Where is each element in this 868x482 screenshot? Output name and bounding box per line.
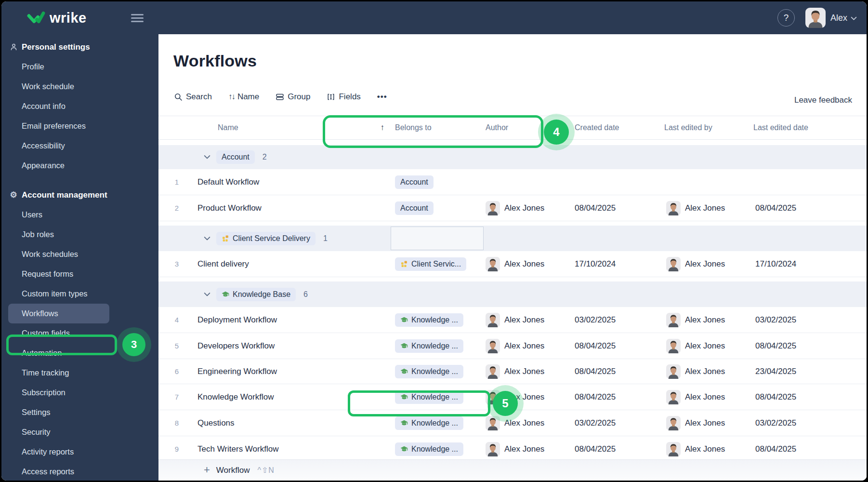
sidebar-section-account-management[interactable]: ⚙ Account management: [1, 185, 158, 205]
belongs-chip: Knowledge ...: [395, 390, 463, 404]
column-header-last-edited-date[interactable]: Last edited date: [753, 123, 867, 132]
workflow-name[interactable]: Deployment Workflow: [190, 315, 390, 325]
add-workflow-button[interactable]: + Workflow ^⇧N: [158, 459, 867, 481]
sidebar-item-work-schedule[interactable]: Work schedule: [1, 77, 158, 96]
avatar: [486, 416, 500, 430]
table-header: Name ↑ Belongs to Author Created date La…: [158, 116, 867, 140]
workflow-name[interactable]: Client delivery: [190, 259, 390, 269]
knowledge-base-icon: [400, 316, 408, 324]
created-date: 08/04/2025: [573, 341, 664, 351]
sidebar-item-email-preferences[interactable]: Email preferences: [1, 116, 158, 136]
group-icon: [276, 93, 284, 101]
chevron-down-icon[interactable]: [204, 155, 210, 160]
group-button[interactable]: Group: [276, 92, 310, 102]
sidebar-item-settings[interactable]: Settings: [1, 402, 158, 422]
sidebar-item-custom-fields[interactable]: Custom fields: [1, 323, 158, 343]
wrike-logo[interactable]: wrike: [26, 10, 87, 26]
last-edited-date: 23/04/2025: [753, 367, 867, 376]
group-gap: [158, 277, 867, 281]
space-icon: [222, 235, 229, 242]
last-edited-date: 08/04/2025: [753, 341, 867, 351]
last-edited-date: 08/04/2025: [753, 203, 867, 213]
more-options-button[interactable]: •••: [377, 92, 387, 102]
fields-button[interactable]: Fields: [327, 92, 360, 102]
sidebar-item-job-roles[interactable]: Job roles: [1, 225, 158, 244]
sidebar-item-automation[interactable]: Automation: [1, 343, 158, 363]
sidebar-item-activity-reports[interactable]: Activity reports: [1, 442, 158, 462]
leave-feedback-link[interactable]: Leave feedback: [794, 95, 852, 105]
row-number: 4: [158, 316, 190, 324]
sidebar-item-custom-item-types[interactable]: Custom item types: [1, 284, 158, 304]
belongs-chip: Knowledge ...: [395, 313, 463, 327]
table-row[interactable]: 8 Questions Knowledge ... Alex Jones 03/…: [158, 410, 867, 436]
knowledge-base-icon: [222, 291, 229, 298]
sidebar-item-access-reports[interactable]: Access reports: [1, 462, 158, 481]
avatar: [666, 416, 681, 430]
sidebar-item-workflows[interactable]: Workflows: [8, 304, 109, 323]
avatar: [666, 313, 681, 327]
avatar: [666, 390, 681, 404]
table-row[interactable]: 1 Default Workflow Account: [158, 169, 867, 195]
belongs-chip: Knowledge ...: [395, 442, 463, 456]
group-header-client-service-delivery: Client Service Delivery 1: [158, 226, 867, 251]
wrike-logo-text: wrike: [50, 10, 87, 26]
table-row[interactable]: 2 Product Workflow Account Alex Jones 08…: [158, 195, 867, 221]
space-icon: [400, 260, 408, 268]
table-row[interactable]: 9 Tech Writers Workflow Knowledge ... Al…: [158, 436, 867, 462]
column-header-last-edited-by[interactable]: Last edited by: [664, 123, 753, 132]
user-name[interactable]: Alex: [830, 13, 847, 23]
workflow-name[interactable]: Tech Writers Workflow: [190, 444, 390, 454]
belongs-chip: Account: [395, 201, 434, 215]
chevron-down-icon[interactable]: [204, 292, 210, 297]
table-row[interactable]: 7 Knowledge Workflow Knowledge ... Alex …: [158, 384, 867, 410]
workflow-name[interactable]: Knowledge Workflow: [190, 392, 390, 402]
sidebar-item-work-schedules[interactable]: Work schedules: [1, 244, 158, 264]
chevron-down-icon[interactable]: [851, 16, 857, 21]
workflow-name[interactable]: Questions: [190, 418, 390, 428]
avatar: [486, 364, 500, 379]
sidebar-section-personal-settings[interactable]: Personal settings: [1, 37, 158, 57]
table-row[interactable]: 3 Client delivery Client Servic... Alex …: [158, 251, 867, 277]
table-row-engineering-workflow[interactable]: 6 Engineering Workflow Knowledge ... Ale…: [158, 359, 867, 384]
sidebar-item-users[interactable]: Users: [1, 205, 158, 225]
row-number: 7: [158, 393, 190, 401]
hamburger-menu-icon[interactable]: [131, 12, 144, 24]
sidebar-item-appearance[interactable]: Appearance: [1, 156, 158, 175]
sidebar-item-request-forms[interactable]: Request forms: [1, 264, 158, 284]
sidebar-item-account-info[interactable]: Account info: [1, 96, 158, 116]
workflow-name[interactable]: Default Workflow: [190, 177, 390, 187]
last-edited-date: 03/02/2025: [753, 315, 867, 325]
search-button[interactable]: Search: [174, 92, 212, 102]
avatar: [666, 364, 681, 379]
workflow-name[interactable]: Engineering Workflow: [190, 367, 390, 376]
table-row[interactable]: 5 Developers Workflow Knowledge ... Alex…: [158, 333, 867, 359]
table-row[interactable]: 4 Deployment Workflow Knowledge ... Alex…: [158, 307, 867, 333]
sidebar-item-subscription[interactable]: Subscription: [1, 383, 158, 402]
workflow-name[interactable]: Product Workflow: [190, 203, 390, 213]
column-header-name[interactable]: Name: [218, 123, 238, 132]
sidebar-item-security[interactable]: Security: [1, 422, 158, 442]
column-header-created-date[interactable]: Created date: [575, 123, 664, 132]
toolbar: Search ↑↓ Name Group Fields •••: [174, 92, 387, 102]
created-date: 08/04/2025: [573, 392, 664, 402]
gear-icon: ⚙: [9, 191, 18, 200]
wrike-logo-icon: [26, 11, 46, 25]
row-number: 8: [158, 419, 190, 427]
chevron-down-icon[interactable]: [204, 236, 210, 241]
workflow-name[interactable]: Developers Workflow: [190, 341, 390, 351]
user-avatar[interactable]: [805, 8, 826, 28]
sidebar-item-time-tracking[interactable]: Time tracking: [1, 363, 158, 383]
knowledge-base-icon: [400, 393, 408, 401]
person-icon: [9, 43, 18, 52]
sort-ascending-icon[interactable]: ↑: [381, 123, 385, 133]
table-body: Account 2 1 Default Workflow Account 2 P…: [158, 145, 867, 462]
sidebar-item-profile[interactable]: Profile: [1, 57, 158, 77]
main-content: Workflows Search ↑↓ Name Group Fields ••…: [158, 34, 867, 481]
belongs-chip: Client Servic...: [395, 257, 466, 271]
knowledge-base-icon: [400, 342, 408, 350]
sidebar-item-accessibility[interactable]: Accessibility: [1, 136, 158, 156]
column-header-author[interactable]: Author: [486, 123, 573, 132]
sort-button[interactable]: ↑↓ Name: [228, 92, 259, 102]
help-icon[interactable]: ?: [777, 9, 795, 27]
column-header-belongs-to[interactable]: Belongs to: [395, 123, 484, 132]
